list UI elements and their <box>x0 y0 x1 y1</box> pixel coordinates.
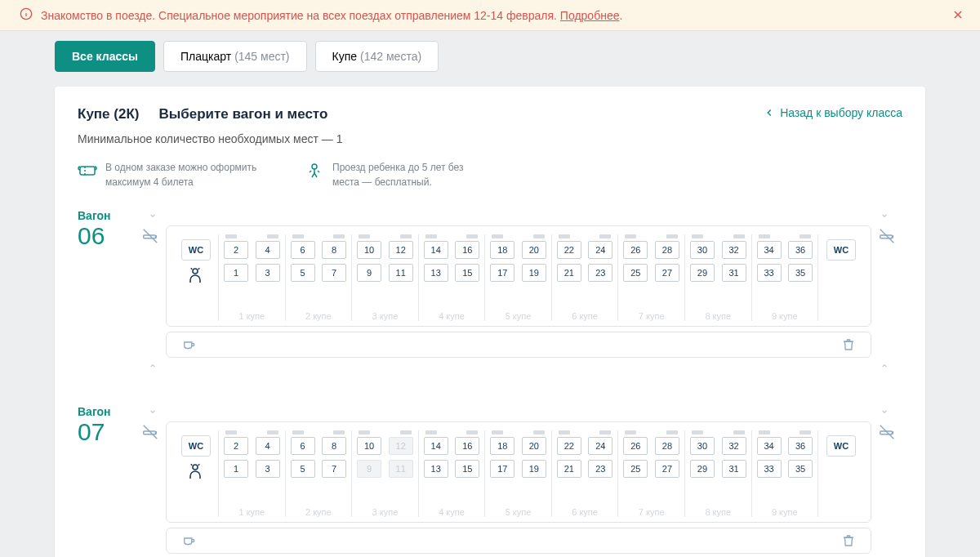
tab-1[interactable]: Плацкарт (145 мест) <box>163 41 307 72</box>
banner-link[interactable]: Подробнее <box>560 9 620 22</box>
seat-2[interactable]: 2 <box>224 437 248 455</box>
seat-7[interactable]: 7 <box>322 264 346 282</box>
seat-5[interactable]: 5 <box>291 264 315 282</box>
wagon-end-right: WC <box>822 430 861 457</box>
seat-19[interactable]: 19 <box>522 264 546 282</box>
seat-27[interactable]: 27 <box>655 264 679 282</box>
seat-34[interactable]: 34 <box>757 437 782 455</box>
seat-31[interactable]: 31 <box>722 264 746 282</box>
seat-20[interactable]: 20 <box>522 437 546 455</box>
seat-28[interactable]: 28 <box>655 437 679 455</box>
seat-17[interactable]: 17 <box>490 264 514 282</box>
scroll-down-left[interactable] <box>141 358 164 374</box>
seat-20[interactable]: 20 <box>522 241 546 259</box>
seat-4[interactable]: 4 <box>256 241 280 259</box>
seat-32[interactable]: 32 <box>722 437 746 455</box>
seat-30[interactable]: 30 <box>690 437 715 455</box>
wc-label: WC <box>826 435 856 457</box>
scroll-down-right[interactable] <box>873 358 896 374</box>
scroll-up-right[interactable] <box>873 403 896 420</box>
no-smoking-icon <box>141 227 159 245</box>
seat-14[interactable]: 14 <box>424 437 448 455</box>
seat-4[interactable]: 4 <box>256 437 280 455</box>
seat-27[interactable]: 27 <box>655 460 679 478</box>
compartment-label: 6 купе <box>552 287 618 321</box>
seat-31[interactable]: 31 <box>722 460 746 478</box>
seat-29[interactable]: 29 <box>690 460 715 478</box>
tab-2[interactable]: Купе (142 места) <box>315 41 439 72</box>
seat-23[interactable]: 23 <box>588 264 612 282</box>
seat-25[interactable]: 25 <box>623 264 648 282</box>
seat-15[interactable]: 15 <box>455 460 479 478</box>
seat-2[interactable]: 2 <box>224 241 248 259</box>
svg-point-18 <box>193 465 198 470</box>
seat-14[interactable]: 14 <box>424 241 448 259</box>
scroll-down-right[interactable] <box>873 554 896 557</box>
seat-11[interactable]: 11 <box>389 264 413 282</box>
seat-24[interactable]: 24 <box>588 241 612 259</box>
seat-1[interactable]: 1 <box>224 460 248 478</box>
scroll-up-left[interactable] <box>141 403 164 420</box>
seat-8[interactable]: 8 <box>322 437 346 455</box>
tab-0[interactable]: Все классы <box>55 41 155 72</box>
seat-19[interactable]: 19 <box>522 460 546 478</box>
seat-17[interactable]: 17 <box>490 460 514 478</box>
seat-13[interactable]: 13 <box>424 264 448 282</box>
wagon-end-left: WC <box>176 234 216 287</box>
seat-22[interactable]: 22 <box>557 241 581 259</box>
seat-36[interactable]: 36 <box>788 437 813 455</box>
seat-16[interactable]: 16 <box>455 241 479 259</box>
seat-5[interactable]: 5 <box>291 460 315 478</box>
seat-13[interactable]: 13 <box>424 460 448 478</box>
seat-3[interactable]: 3 <box>256 264 280 282</box>
banner-close-button[interactable] <box>952 8 964 23</box>
compartment-label: 7 купе <box>618 483 684 517</box>
seat-18[interactable]: 18 <box>490 241 514 259</box>
scroll-down-left[interactable] <box>141 554 164 557</box>
seat-21[interactable]: 21 <box>557 264 581 282</box>
compartment-label: 1 купе <box>219 287 285 321</box>
seat-10[interactable]: 10 <box>357 437 381 455</box>
seat-11: 11 <box>389 460 413 478</box>
seat-16[interactable]: 16 <box>455 437 479 455</box>
seat-33[interactable]: 33 <box>757 264 782 282</box>
seat-33[interactable]: 33 <box>757 460 782 478</box>
seat-23[interactable]: 23 <box>588 460 612 478</box>
seat-1[interactable]: 1 <box>224 264 248 282</box>
seat-21[interactable]: 21 <box>557 460 581 478</box>
cup-icon <box>181 337 196 352</box>
seat-12[interactable]: 12 <box>389 241 413 259</box>
seat-18[interactable]: 18 <box>490 437 514 455</box>
seat-26[interactable]: 26 <box>623 437 648 455</box>
seat-36[interactable]: 36 <box>788 241 813 259</box>
seat-22[interactable]: 22 <box>557 437 581 455</box>
seat-3[interactable]: 3 <box>256 460 280 478</box>
seat-26[interactable]: 26 <box>623 241 648 259</box>
scroll-up-right[interactable] <box>873 207 896 224</box>
back-link[interactable]: Назад к выбору класса <box>764 106 902 119</box>
seat-30[interactable]: 30 <box>690 241 715 259</box>
info-icon <box>20 7 33 23</box>
no-smoking-icon <box>878 227 896 245</box>
seat-24[interactable]: 24 <box>588 437 612 455</box>
seat-10[interactable]: 10 <box>357 241 381 259</box>
seat-34[interactable]: 34 <box>757 241 782 259</box>
seat-32[interactable]: 32 <box>722 241 746 259</box>
seat-6[interactable]: 6 <box>291 241 315 259</box>
seat-35[interactable]: 35 <box>788 264 813 282</box>
seat-35[interactable]: 35 <box>788 460 813 478</box>
seat-25[interactable]: 25 <box>623 460 648 478</box>
min-seats-note: Минимальное количество необходимых мест … <box>78 132 902 145</box>
wagon-06: Вагон06WC24131 купе68572 купе10129113 ку… <box>78 207 902 374</box>
seat-29[interactable]: 29 <box>690 264 715 282</box>
scroll-up-left[interactable] <box>141 207 164 224</box>
seat-28[interactable]: 28 <box>655 241 679 259</box>
wagon-number: 06 <box>78 222 123 249</box>
seat-7[interactable]: 7 <box>322 460 346 478</box>
compartment: 141613154 купе <box>418 430 486 517</box>
seat-6[interactable]: 6 <box>291 437 315 455</box>
seat-9[interactable]: 9 <box>357 264 381 282</box>
seat-8[interactable]: 8 <box>322 241 346 259</box>
cup-icon <box>181 533 196 548</box>
seat-15[interactable]: 15 <box>455 264 479 282</box>
